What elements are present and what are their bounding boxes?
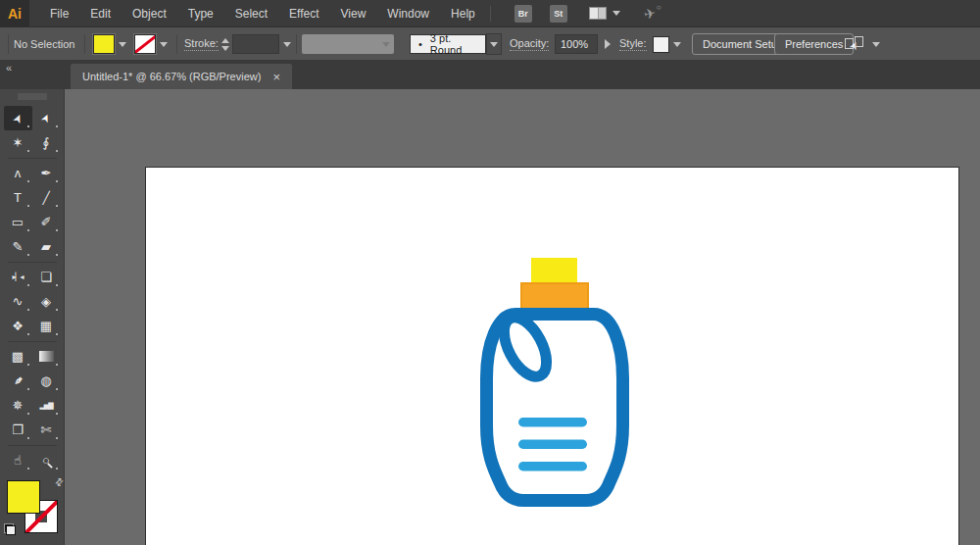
tool-magic-wand-tool[interactable]: ✶ bbox=[4, 130, 32, 155]
selection-icon: ➤ bbox=[10, 111, 24, 124]
stroke-color-swatch[interactable] bbox=[134, 34, 156, 54]
brush-definition-dropdown[interactable] bbox=[486, 33, 502, 55]
stroke-weight-stepper[interactable] bbox=[221, 38, 229, 51]
share-icon[interactable]: ✈ ○ bbox=[642, 4, 657, 22]
tool-type-tool[interactable]: T bbox=[4, 185, 32, 210]
touch-workspace-icon[interactable]: ➤ bbox=[845, 36, 864, 52]
stock-button[interactable]: St bbox=[550, 5, 567, 23]
menu-help[interactable]: Help bbox=[440, 0, 486, 27]
menu-type[interactable]: Type bbox=[177, 0, 224, 27]
tool-symbol-sprayer-tool[interactable]: ✵ bbox=[4, 393, 32, 418]
tool-slice-tool[interactable]: ✄ bbox=[32, 418, 61, 442]
canvas-area[interactable] bbox=[65, 89, 980, 545]
stepper-down-icon[interactable] bbox=[221, 46, 229, 51]
variable-width-profile-dropdown bbox=[302, 34, 394, 54]
stroke-weight-input[interactable] bbox=[232, 34, 279, 54]
brush-name: 3 pt. Round bbox=[430, 32, 477, 56]
tab-close-icon[interactable]: × bbox=[272, 70, 280, 84]
shape-builder-icon: ❖ bbox=[12, 320, 24, 332]
illustrator-window: Ai FileEditObjectTypeSelectEffectViewWin… bbox=[0, 0, 980, 545]
tool-line-segment-tool[interactable]: ╱ bbox=[32, 185, 61, 210]
scale-icon: ❏ bbox=[40, 271, 52, 283]
fill-color-dropdown[interactable] bbox=[115, 34, 130, 54]
free-transform-icon: ◈ bbox=[41, 295, 51, 308]
workspace-chevron-icon[interactable] bbox=[872, 42, 880, 47]
tool-reflect-tool[interactable]: ▸▏◂ bbox=[4, 265, 32, 289]
menu-view[interactable]: View bbox=[330, 0, 377, 27]
label-stripe[interactable] bbox=[518, 440, 587, 450]
controlbar-divider bbox=[8, 34, 9, 54]
style-dropdown[interactable] bbox=[669, 34, 685, 54]
tool-artboard-tool[interactable]: ❐ bbox=[4, 418, 32, 442]
chevron-down-icon bbox=[283, 42, 291, 47]
controlbar-divider bbox=[296, 34, 297, 54]
opacity-label[interactable]: Opacity: bbox=[510, 37, 549, 51]
gradient-icon bbox=[39, 351, 54, 362]
brush-definition-field[interactable]: • 3 pt. Round bbox=[410, 34, 486, 54]
tool-mesh-tool[interactable]: ▩ bbox=[4, 344, 32, 369]
tool-zoom-tool[interactable]: ○ bbox=[32, 448, 61, 472]
line-segment-icon: ╱ bbox=[42, 192, 49, 204]
stepper-up-icon[interactable] bbox=[221, 38, 229, 43]
panel-grip[interactable] bbox=[18, 93, 47, 100]
menu-effect[interactable]: Effect bbox=[278, 0, 329, 27]
document-tab[interactable]: Untitled-1* @ 66.67% (RGB/Preview) × bbox=[71, 64, 292, 89]
tool-selection-tool[interactable]: ➤ bbox=[4, 106, 32, 130]
tool-gradient-tool[interactable] bbox=[32, 344, 61, 369]
tool-direct-selection-tool[interactable]: ➤ bbox=[32, 106, 61, 130]
tool-perspective-grid-tool[interactable]: ▦ bbox=[32, 314, 61, 338]
tool-eyedropper-tool[interactable]: ✒ bbox=[4, 369, 32, 393]
swap-fill-stroke-icon[interactable]: ⇄ bbox=[52, 475, 66, 489]
tool-scale-tool[interactable]: ❏ bbox=[32, 265, 61, 289]
tool-width-tool[interactable]: ∿ bbox=[4, 289, 32, 314]
fill-stroke-cluster: ⇄ bbox=[4, 478, 63, 537]
menu-window[interactable]: Window bbox=[376, 0, 440, 27]
bottle-cap-collar[interactable] bbox=[521, 283, 588, 309]
tool-eraser-tool[interactable]: ▰ bbox=[32, 234, 61, 259]
tool-blend-tool[interactable]: ◍ bbox=[32, 369, 61, 393]
tool-pen-tool[interactable]: ✒ bbox=[32, 161, 61, 185]
app-logo: Ai bbox=[0, 0, 29, 27]
width-icon: ∿ bbox=[13, 295, 24, 308]
label-stripe[interactable] bbox=[518, 462, 587, 471]
tool-hand-tool[interactable]: ☝ bbox=[4, 448, 32, 472]
direct-selection-icon: ➤ bbox=[39, 112, 53, 124]
tool-free-transform-tool[interactable]: ◈ bbox=[32, 289, 61, 314]
pencil-icon: ✎ bbox=[13, 240, 24, 253]
menu-edit[interactable]: Edit bbox=[79, 0, 122, 27]
controlbar-divider bbox=[176, 34, 177, 54]
bridge-button[interactable]: Br bbox=[514, 5, 532, 23]
fill-swatch[interactable] bbox=[7, 480, 40, 514]
tool-pencil-tool[interactable]: ✎ bbox=[4, 234, 32, 259]
tools-grid: ➤➤✶∮ʌ✒T╱▭✐✎▰▸▏◂❏∿◈❖▦▩✒◍✵▂▅▇❐✄☝○ bbox=[4, 106, 61, 472]
fill-color-swatch[interactable] bbox=[93, 34, 115, 54]
stroke-label[interactable]: Stroke: bbox=[184, 37, 219, 51]
tool-rectangle-tool[interactable]: ▭ bbox=[4, 210, 32, 234]
tool-shape-builder-tool[interactable]: ❖ bbox=[4, 314, 32, 338]
opacity-expand-icon[interactable] bbox=[605, 39, 611, 49]
detergent-bottle-artwork[interactable] bbox=[480, 258, 629, 507]
tool-curvature-tool[interactable]: ʌ bbox=[4, 161, 32, 185]
preferences-button[interactable]: Preferences bbox=[774, 33, 854, 55]
tool-column-graph-tool[interactable]: ▂▅▇ bbox=[32, 393, 61, 418]
arrange-documents-icon[interactable] bbox=[589, 7, 607, 20]
artboard[interactable] bbox=[145, 167, 959, 545]
collapse-panel-icon[interactable]: « bbox=[6, 62, 12, 74]
opacity-input[interactable]: 100% bbox=[555, 34, 598, 54]
menu-file[interactable]: File bbox=[39, 0, 79, 27]
perspective-grid-icon: ▦ bbox=[40, 320, 52, 332]
menu-object[interactable]: Object bbox=[122, 0, 177, 27]
pen-icon: ✒ bbox=[41, 167, 52, 179]
menu-select[interactable]: Select bbox=[224, 0, 278, 27]
style-label[interactable]: Style: bbox=[619, 37, 647, 51]
style-swatch[interactable] bbox=[653, 36, 669, 53]
stroke-weight-dropdown[interactable] bbox=[279, 34, 295, 54]
default-fill-stroke-icon[interactable] bbox=[4, 523, 16, 535]
bottle-cap-top[interactable] bbox=[531, 258, 577, 284]
stroke-color-dropdown[interactable] bbox=[156, 34, 172, 54]
tool-paintbrush-tool[interactable]: ✐ bbox=[32, 210, 61, 234]
chevron-down-icon bbox=[673, 42, 681, 47]
label-stripe[interactable] bbox=[518, 418, 587, 427]
arrange-documents-chevron-icon[interactable] bbox=[612, 11, 620, 16]
tool-lasso-tool[interactable]: ∮ bbox=[32, 130, 61, 155]
